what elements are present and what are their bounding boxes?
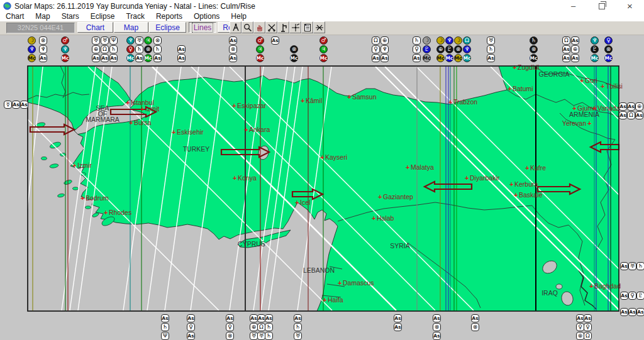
city-label: Samsun (352, 93, 377, 101)
planet-glyph-♃: ♃ (256, 45, 264, 53)
report-page-tool[interactable] (301, 21, 313, 33)
city-label: Malatya (411, 163, 434, 171)
plot-point-tool[interactable] (289, 21, 301, 33)
planet-glyph-♂: ♂ (319, 36, 328, 45)
angle-glyph-⊕: ⊕ (635, 102, 643, 111)
region-label: SYRIA (390, 242, 410, 250)
angle-glyph-♄: ♄ (135, 45, 143, 53)
angle-glyph-As: As (294, 314, 302, 322)
city-marker: + (587, 119, 591, 127)
planet-glyph-♇: ♇ (445, 45, 453, 53)
planet-glyph-⊗: ⊗ (454, 45, 462, 53)
angle-glyph-As: As (620, 308, 628, 316)
angle-glyph-As: As (571, 54, 579, 62)
city-label: Rhodes (109, 209, 131, 216)
span-tool[interactable] (313, 21, 325, 33)
menu-chart[interactable]: Chart (0, 12, 30, 21)
map-button[interactable]: Map (114, 22, 148, 33)
angle-glyph-♀: ♀ (187, 323, 195, 331)
menu-stars[interactable]: Stars (56, 12, 85, 21)
zoom-tool[interactable] (242, 21, 253, 33)
clamp-tool[interactable] (277, 21, 289, 33)
city-label: Icel (300, 199, 310, 206)
angle-glyph-As: As (20, 101, 28, 109)
planet-glyph-Mc: Mc (530, 54, 538, 62)
city-marker: + (508, 85, 511, 92)
city-marker: + (129, 119, 133, 126)
angle-glyph-As: As (153, 54, 162, 62)
city-marker: + (233, 174, 236, 182)
angle-glyph-Ω: Ω (627, 111, 635, 119)
planet-glyph-Mc: Mc (436, 54, 445, 62)
planet-glyph-♂: ♂ (256, 36, 264, 45)
angle-glyph-As: As (636, 308, 644, 316)
chart-button[interactable]: Chart (77, 22, 113, 33)
city-label: Kerbura (514, 180, 538, 188)
region-label: ARMENIA (569, 111, 599, 118)
menu-bar: ChartMapStarsEclipseTrackReportsOptionsH… (0, 12, 644, 22)
city-label: Diyarbakir (470, 174, 500, 182)
planet-glyph-♆: ♆ (126, 36, 135, 45)
lines-button[interactable]: Lines (189, 22, 216, 33)
solar-maps-window: Solar Maps: 26.11.2019 Yay Burcunda Yeni… (0, 0, 644, 340)
city-label: Izmit (145, 105, 159, 112)
eclipse-button[interactable]: Eclipse (149, 22, 186, 33)
planet-glyph-♀: ♀ (126, 45, 135, 53)
city-label: Bodrum (86, 194, 109, 202)
menu-map[interactable]: Map (30, 12, 55, 21)
menu-eclipse[interactable]: Eclipse (85, 12, 121, 21)
angle-glyph-♇: ♇ (636, 292, 644, 300)
planet-glyph-Ω: Ω (463, 36, 471, 45)
city-label: Tbilisi (606, 82, 623, 90)
angle-glyph-As: As (394, 323, 402, 331)
planet-glyph-Mc: Mc (319, 54, 328, 62)
menu-reports[interactable]: Reports (150, 12, 188, 21)
angle-glyph-As: As (635, 111, 643, 119)
city-marker: + (323, 296, 326, 304)
angle-glyph-♄: ♄ (487, 45, 495, 53)
angle-glyph-As: As (433, 332, 441, 340)
angle-glyph-As: As (271, 36, 279, 45)
city-marker: + (80, 194, 84, 202)
city-marker: + (347, 93, 351, 101)
angle-glyph-Ω: Ω (101, 45, 109, 53)
angle-glyph-As: As (471, 314, 479, 322)
city-marker: + (301, 97, 304, 104)
city-label: Kufre (530, 164, 546, 172)
planet-glyph-♄: ♄ (530, 36, 538, 45)
angle-glyph-As: As (562, 45, 570, 53)
planet-glyph-♆: ♆ (591, 36, 599, 45)
planet-glyph-♆: ♆ (463, 45, 471, 53)
minimize-button[interactable]: – (559, 0, 587, 12)
dividers-tool[interactable] (230, 21, 242, 33)
planet-glyph-♇: ♇ (591, 45, 599, 53)
region-label: CYPRUS (238, 240, 265, 248)
menu-options[interactable]: Options (188, 12, 225, 21)
angle-glyph-As: As (229, 54, 237, 62)
restore-button[interactable] (587, 0, 616, 12)
city-label: Halab (377, 214, 394, 222)
menu-track[interactable]: Track (120, 12, 150, 21)
planet-glyph-☽: ☽ (436, 36, 445, 45)
planet-glyph-Mc: Mc (604, 54, 613, 62)
angle-glyph-♀: ♀ (413, 45, 421, 53)
angle-glyph-Ω: Ω (372, 36, 380, 45)
angle-glyph-⊗: ⊗ (433, 323, 441, 331)
window-title: Solar Maps: 26.11.2019 Yay Burcunda Yeni… (14, 2, 255, 11)
planet-glyph-Mc: Mc (61, 54, 69, 62)
angle-glyph-As: As (571, 36, 579, 45)
angle-glyph-As: As (433, 314, 441, 322)
close-button[interactable]: × (616, 0, 644, 12)
cut-tool[interactable] (265, 21, 277, 33)
planet-glyph-⊗: ⊗ (604, 45, 613, 53)
pan-hand-tool[interactable] (253, 21, 265, 33)
planet-glyph-Mc: Mc (591, 54, 599, 62)
city-marker: + (338, 279, 341, 287)
city-marker: + (126, 99, 130, 106)
angle-glyph-Ω: Ω (562, 36, 570, 45)
angle-glyph-As: As (187, 314, 195, 322)
planet-glyph-Mc: Mc (126, 54, 135, 62)
map-canvas[interactable]: +Istanbul+Izmit+Bursa+Eskisehir+Izmir+Bo… (0, 35, 644, 340)
menu-help[interactable]: Help (225, 12, 252, 21)
city-marker: + (232, 102, 236, 109)
